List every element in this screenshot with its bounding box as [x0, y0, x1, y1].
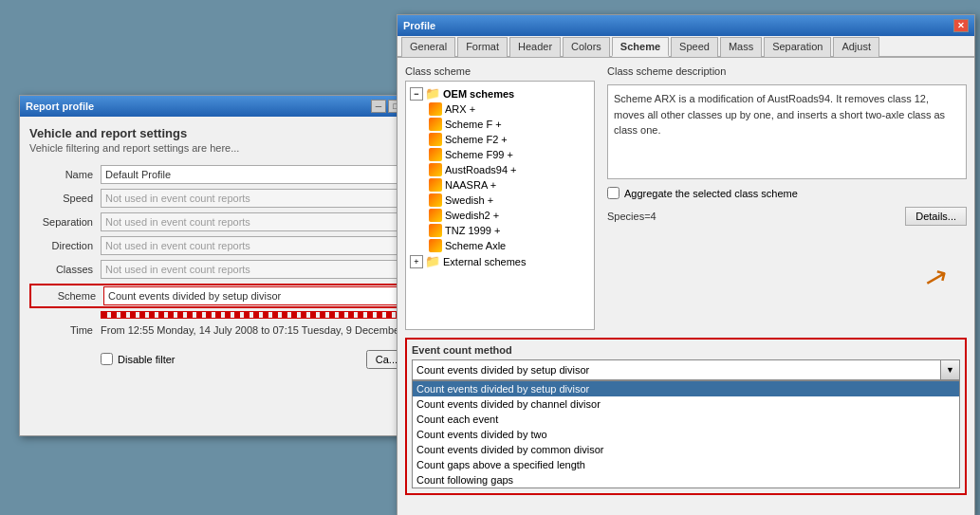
- species-label: Species=4: [607, 211, 656, 222]
- scheme-icon-arx: [429, 102, 442, 116]
- scheme-input[interactable]: [103, 286, 414, 305]
- tab-bar: General Format Header Colors Scheme Spee…: [398, 36, 974, 58]
- tab-separation[interactable]: Separation: [764, 37, 831, 57]
- dropdown-option-5[interactable]: Count gaps above a specified length: [413, 457, 959, 472]
- red-dashed-bar: [101, 311, 416, 319]
- speed-input[interactable]: [101, 189, 416, 208]
- aggregate-label: Aggregate the selected class scheme: [624, 188, 798, 199]
- dropdown-list: Count events divided by setup divisor Co…: [412, 380, 960, 488]
- scheme-icon-schemef99: [429, 148, 442, 161]
- tab-scheme[interactable]: Scheme: [612, 37, 669, 57]
- event-count-dropdown[interactable]: Count events divided by setup divisor ▼: [412, 359, 960, 380]
- dropdown-option-4[interactable]: Count events divided by common divisor: [413, 442, 959, 457]
- dropdown-selected-text: Count events divided by setup divisor: [413, 362, 940, 377]
- time-from-text: From 12:55 Monday, 14 July 2008 to 07:15…: [101, 322, 411, 339]
- direction-label: Direction: [29, 240, 101, 251]
- time-row: Time From 12:55 Monday, 14 July 2008 to …: [29, 322, 416, 339]
- classes-input[interactable]: [101, 260, 416, 279]
- tree-root-label: OEM schemes: [443, 88, 514, 100]
- profile-window-buttons: ✕: [953, 19, 969, 32]
- name-input[interactable]: [101, 165, 416, 184]
- profile-window: Profile ✕ General Format Header Colors S…: [397, 14, 975, 515]
- separation-label: Separation: [29, 216, 101, 228]
- scheme-label: Scheme: [32, 290, 103, 302]
- tree-label-tnz: TNZ 1999 +: [445, 225, 500, 236]
- tree-label-schemef99: Scheme F99 +: [445, 149, 513, 160]
- scheme-row: Scheme: [29, 284, 416, 308]
- classes-label: Classes: [29, 264, 101, 275]
- tree-external-node[interactable]: + 📁 External schemes: [410, 253, 590, 269]
- tree-item-austroads[interactable]: AustRoads94 +: [410, 162, 590, 177]
- tree-label-austroads: AustRoads94 +: [445, 164, 517, 175]
- direction-input[interactable]: [101, 236, 416, 255]
- tree-item-schemef99[interactable]: Scheme F99 +: [410, 147, 590, 162]
- tab-speed[interactable]: Speed: [671, 37, 718, 57]
- name-row: Name: [29, 165, 416, 184]
- dropdown-arrow-icon[interactable]: ▼: [940, 360, 959, 379]
- scheme-icon-swedish: [429, 193, 442, 207]
- tree-label-swedish: Swedish +: [445, 194, 493, 206]
- scheme-icon-schemef: [429, 118, 442, 131]
- scheme-icon-swedish2: [429, 209, 442, 222]
- tree-item-arx[interactable]: ARX +: [410, 101, 590, 117]
- time-label: Time: [29, 322, 101, 336]
- profile-close-button[interactable]: ✕: [953, 19, 969, 32]
- speed-row: Speed: [29, 189, 416, 208]
- root-expand-btn[interactable]: −: [410, 87, 423, 101]
- tree-panel[interactable]: − 📁 OEM schemes ARX + Scheme F + Scheme …: [405, 81, 595, 330]
- tab-mass[interactable]: Mass: [720, 37, 762, 57]
- tab-colors[interactable]: Colors: [563, 37, 610, 57]
- tab-header[interactable]: Header: [509, 37, 561, 57]
- cursor-area: ↗: [607, 233, 967, 330]
- event-count-label: Event count method: [412, 344, 960, 356]
- tree-item-tnz[interactable]: TNZ 1999 +: [410, 223, 590, 238]
- separation-input[interactable]: [101, 212, 416, 231]
- speed-label: Speed: [29, 193, 101, 204]
- tree-root-node[interactable]: − 📁 OEM schemes: [410, 85, 590, 101]
- tree-item-schemef2[interactable]: Scheme F2 +: [410, 132, 590, 147]
- scheme-icon-tnz: [429, 224, 442, 237]
- classes-row: Classes: [29, 260, 416, 279]
- tab-format[interactable]: Format: [457, 37, 508, 57]
- report-subheader: Vehicle filtering and report settings ar…: [29, 142, 416, 154]
- dropdown-option-3[interactable]: Count events divided by two: [413, 427, 959, 442]
- tree-label-arx: ARX +: [445, 103, 475, 115]
- scheme-icon-axle: [429, 239, 442, 252]
- description-panel: Class scheme description Scheme ARX is a…: [607, 65, 967, 330]
- dropdown-option-1[interactable]: Count events divided by channel divisor: [413, 396, 959, 412]
- dropdown-option-6[interactable]: Count following gaps: [413, 472, 959, 487]
- details-button[interactable]: Details...: [905, 207, 967, 226]
- tree-item-naasra[interactable]: NAASRA +: [410, 177, 590, 193]
- dropdown-option-2[interactable]: Count each event: [413, 412, 959, 427]
- tab-general[interactable]: General: [401, 37, 455, 57]
- report-title-text: Report profile: [26, 101, 94, 112]
- tree-label-schemef2: Scheme F2 +: [445, 134, 508, 145]
- scheme-description-box: Scheme ARX is a modification of AustRoad…: [607, 84, 967, 179]
- tree-label-naasra: NAASRA +: [445, 179, 496, 191]
- dropdown-option-0[interactable]: Count events divided by setup divisor: [413, 381, 959, 396]
- class-scheme-panel: Class scheme − 📁 OEM schemes ARX + Schem…: [405, 65, 600, 330]
- tree-item-scheme-axle[interactable]: Scheme Axle: [410, 238, 590, 253]
- cursor-arrow-icon: ↗: [920, 258, 952, 296]
- tree-item-swedish2[interactable]: Swedish2 +: [410, 208, 590, 223]
- direction-row: Direction: [29, 236, 416, 255]
- tree-label-schemef: Scheme F +: [445, 119, 502, 130]
- time-value: From 12:55 Monday, 14 July 2008 to 07:15…: [101, 322, 411, 339]
- disable-filter-label: Disable filter: [118, 354, 176, 365]
- scheme-icon-naasra: [429, 178, 442, 192]
- disable-filter-checkbox[interactable]: [101, 353, 113, 365]
- profile-title-text: Profile: [403, 20, 435, 31]
- minimize-button[interactable]: ─: [371, 100, 386, 113]
- external-expand-btn[interactable]: +: [410, 255, 423, 268]
- profile-title-bar: Profile ✕: [398, 15, 974, 36]
- name-label: Name: [29, 169, 101, 180]
- separation-row: Separation: [29, 212, 416, 231]
- profile-main-area: Class scheme − 📁 OEM schemes ARX + Schem…: [398, 58, 974, 338]
- report-main-header: Vehicle and report settings: [29, 126, 416, 140]
- class-scheme-label: Class scheme: [405, 65, 600, 77]
- tree-item-schemef[interactable]: Scheme F +: [410, 117, 590, 132]
- tree-item-swedish[interactable]: Swedish +: [410, 193, 590, 208]
- aggregate-checkbox[interactable]: [607, 187, 619, 199]
- report-content-area: Vehicle and report settings Vehicle filt…: [20, 117, 426, 378]
- tab-adjust[interactable]: Adjust: [833, 37, 879, 57]
